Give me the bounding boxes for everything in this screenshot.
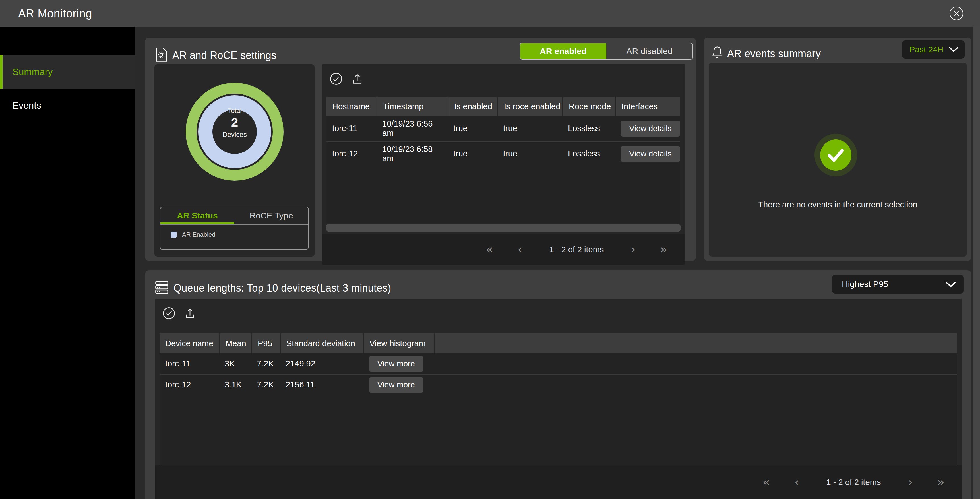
ar-disabled-toggle-button[interactable]: AR disabled: [606, 43, 692, 59]
sidebar: Summary Events: [0, 27, 135, 499]
legend-label: AR Enabled: [182, 231, 215, 238]
cell-is-enabled: true: [448, 149, 497, 158]
cell-is-roce-enabled: true: [497, 149, 562, 158]
settings-table-panel: Hostname Timestamp Is enabled Is roce en…: [322, 64, 684, 265]
last-page-icon[interactable]: »: [660, 244, 667, 255]
donut-tabs: AR Status RoCE Type: [161, 207, 308, 225]
time-range-value: Past 24H: [910, 45, 949, 54]
table-row: torc-12 3.1K 7.2K 2156.11 View more: [159, 374, 957, 395]
sidebar-item-label: Events: [13, 100, 41, 111]
table-row: torc-12 10/19/23 6:58 am true true Lossl…: [326, 141, 680, 166]
export-icon[interactable]: [183, 307, 197, 320]
donut-total-value: 2: [231, 115, 238, 131]
cell-roce-mode: Lossless: [562, 149, 615, 158]
time-range-dropdown[interactable]: Past 24H: [902, 40, 965, 59]
last-page-icon[interactable]: »: [937, 476, 945, 488]
next-page-icon[interactable]: ›: [631, 244, 636, 255]
column-header[interactable]: Is roce enabled: [497, 97, 562, 116]
column-header[interactable]: Standard deviation: [280, 333, 363, 353]
table-toolbar: [329, 72, 364, 85]
column-header[interactable]: Interfaces: [615, 97, 680, 116]
ar-monitoring-window: AR Monitoring Summary Events AR and RoCE…: [0, 0, 980, 499]
first-page-icon[interactable]: «: [763, 476, 770, 488]
table-header-row: Hostname Timestamp Is enabled Is roce en…: [326, 97, 680, 116]
select-check-icon[interactable]: [329, 72, 343, 85]
sidebar-item-label: Summary: [13, 67, 52, 77]
view-more-button[interactable]: View more: [369, 377, 423, 393]
horizontal-scrollbar[interactable]: [326, 223, 681, 232]
ar-enabled-toggle-button[interactable]: AR enabled: [520, 43, 606, 59]
column-header[interactable]: Is enabled: [448, 97, 497, 116]
cell-std-deviation: 2149.92: [280, 359, 363, 368]
select-check-icon[interactable]: [162, 307, 175, 320]
cell-hostname: torc-12: [326, 149, 377, 158]
cell-p95: 7.2K: [251, 380, 280, 389]
cell-roce-mode: Lossless: [562, 124, 615, 133]
donut-panel: Total 2 Devices AR Status RoCE Type AR E…: [154, 64, 315, 257]
vertical-scrollbar[interactable]: [973, 27, 980, 499]
export-icon[interactable]: [351, 72, 364, 85]
table-empty-area: [326, 166, 680, 223]
document-gear-icon: [155, 47, 168, 63]
card-title: AR events summary: [727, 48, 821, 60]
prev-page-icon[interactable]: ‹: [518, 244, 522, 255]
next-page-icon[interactable]: ›: [908, 476, 913, 488]
no-events-message: There are no events in the current selec…: [709, 200, 967, 209]
ar-events-summary-card: AR events summary Past 24H There are no …: [704, 38, 972, 261]
column-header[interactable]: View histogram: [363, 333, 434, 353]
cell-device-name: torc-11: [159, 359, 219, 368]
first-page-icon[interactable]: «: [486, 244, 493, 255]
column-header[interactable]: Roce mode: [562, 97, 615, 116]
donut-devices-label: Devices: [223, 131, 247, 139]
cell-device-name: torc-12: [159, 380, 219, 389]
column-header[interactable]: P95: [251, 333, 280, 353]
pagination-label: 1 - 2 of 2 items: [547, 245, 606, 254]
chevron-down-icon: [949, 47, 958, 53]
close-icon[interactable]: [949, 6, 964, 21]
cell-is-roce-enabled: true: [497, 124, 562, 133]
table-row: torc-11 10/19/23 6:56 am true true Lossl…: [326, 116, 680, 141]
cell-timestamp: 10/19/23 6:58 am: [377, 145, 448, 164]
window-title: AR Monitoring: [18, 0, 92, 27]
chevron-down-icon: [945, 281, 955, 287]
column-header[interactable]: Timestamp: [377, 97, 448, 116]
view-details-button[interactable]: View details: [620, 121, 680, 137]
donut-total-label: Total: [228, 107, 242, 115]
donut-center-label: Total 2 Devices: [206, 107, 263, 139]
card-title: AR and RoCE settings: [172, 49, 277, 61]
card-title: Queue lengths: Top 10 devices(Last 3 min…: [173, 282, 391, 294]
prev-page-icon[interactable]: ‹: [795, 476, 799, 488]
table-toolbar: [162, 307, 197, 320]
donut-legend-box: AR Status RoCE Type AR Enabled: [160, 207, 309, 250]
cell-timestamp: 10/19/23 6:56 am: [377, 119, 448, 138]
sidebar-item-events[interactable]: Events: [0, 89, 135, 122]
cell-hostname: torc-11: [326, 124, 377, 133]
pagination-label: 1 - 2 of 2 items: [824, 478, 884, 487]
column-header[interactable]: Mean: [219, 333, 251, 353]
queue-table-panel: Device name Mean P95 Standard deviation …: [155, 299, 961, 499]
success-check-icon: [815, 134, 857, 176]
titlebar: AR Monitoring: [0, 0, 980, 27]
server-stack-icon: [155, 281, 169, 294]
table-header-row: Device name Mean P95 Standard deviation …: [159, 333, 957, 353]
tab-ar-status[interactable]: AR Status: [161, 207, 234, 224]
ar-filter-toggle: AR enabled AR disabled: [520, 43, 693, 60]
table-pager: « ‹ 1 - 2 of 2 items › »: [322, 234, 684, 265]
table-row: torc-11 3K 7.2K 2149.92 View more: [159, 353, 957, 374]
table-pager: « ‹ 1 - 2 of 2 items › »: [155, 466, 961, 499]
tab-roce-type[interactable]: RoCE Type: [234, 207, 308, 224]
cell-std-deviation: 2156.11: [280, 380, 363, 389]
view-more-button[interactable]: View more: [369, 356, 423, 372]
legend-swatch: [171, 231, 177, 238]
bell-icon: [711, 46, 724, 59]
legend-item-ar-enabled: AR Enabled: [171, 231, 215, 238]
cell-mean: 3K: [219, 359, 251, 368]
sort-dropdown[interactable]: Highest P95: [832, 275, 964, 293]
sidebar-item-summary[interactable]: Summary: [0, 55, 135, 89]
events-empty-panel: There are no events in the current selec…: [709, 62, 967, 257]
column-header[interactable]: Hostname: [326, 97, 377, 116]
view-details-button[interactable]: View details: [620, 146, 680, 162]
sort-value: Highest P95: [842, 279, 945, 289]
column-header[interactable]: Device name: [159, 333, 219, 353]
cell-p95: 7.2K: [251, 359, 280, 368]
